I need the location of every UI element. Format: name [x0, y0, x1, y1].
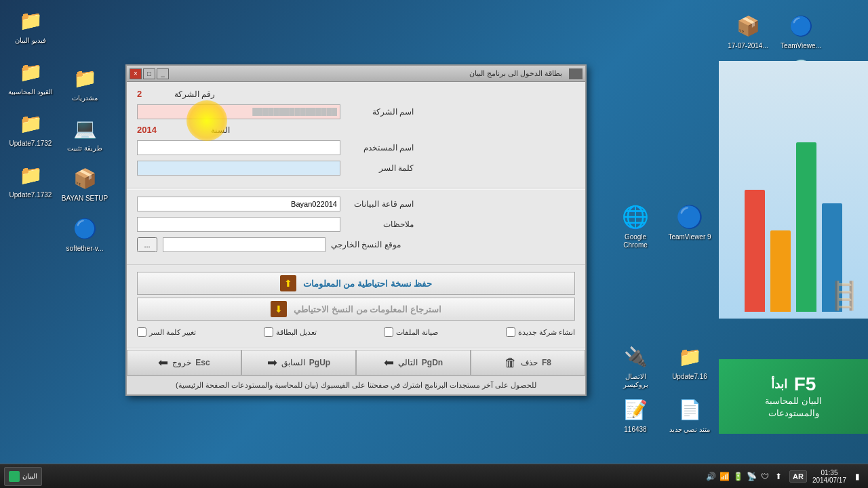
speaker-icon[interactable]: 🔊	[705, 471, 716, 482]
bottom-right-icons: 🔌 الاتصال بروكيسر 📁 Update7.16 📝 116438 …	[612, 343, 713, 434]
taskbar-app-item[interactable]: البيان	[4, 467, 42, 486]
edit-card-label: تعديل البطاقة	[276, 328, 317, 337]
new-company-checkbox[interactable]	[506, 327, 515, 337]
dialog-window: × □ _ بطاقة الدخول الى برنامج البيان رقم…	[125, 64, 587, 396]
action-buttons-section: حفظ نسخة احتياطية من المعلومات ⬆ استرجاع…	[127, 265, 585, 348]
taskbar-app-icon	[9, 471, 20, 482]
clock-date: 2014/07/17	[812, 476, 846, 484]
icon-teamviewer9[interactable]: 🔵 TeamViewer 9	[666, 203, 713, 249]
company-number-row: رقم الشركة 2	[137, 89, 575, 99]
icon-bayan-setup[interactable]: 📦 BAYAN SETUP	[61, 165, 108, 203]
notes-row: ملاحظات	[137, 217, 575, 232]
edit-card-checkbox[interactable]	[264, 327, 273, 337]
external-backup-row: موقع النسخ الخارجي ...	[137, 237, 575, 252]
show-desktop-icon[interactable]: ▮	[852, 471, 863, 482]
external-backup-input[interactable]	[163, 237, 326, 252]
desktop: 📁 فيديو البيان 📁 القيود المحاسبية 📁 Upda…	[0, 0, 868, 488]
desktop-icon-video[interactable]: 📁 فيديو البيان	[7, 7, 54, 45]
icon-softether[interactable]: 🔵 softether-v...	[61, 215, 108, 253]
backup-button[interactable]: حفظ نسخة احتياطية من المعلومات ⬆	[137, 272, 575, 295]
minimize-button[interactable]: _	[157, 68, 169, 79]
delete-label: حذف	[521, 358, 538, 367]
icon-update716[interactable]: 📁 Update7.16	[666, 343, 713, 389]
backup-label: حفظ نسخة احتياطية من المعلومات	[303, 279, 432, 289]
status-bar: للحصول على آخر مستجدات البرنامج اشترك في…	[127, 375, 585, 394]
taskbar-left: البيان	[0, 467, 42, 486]
icon-purchases[interactable]: 📁 مشتريات	[61, 64, 108, 102]
company-name-input[interactable]	[137, 104, 340, 119]
browse-button[interactable]: ...	[137, 237, 157, 252]
chart-bar-1	[745, 190, 765, 312]
restore-button[interactable]: استرجاع المعلومات من النسخ الاحتياطي ⬇	[137, 298, 575, 321]
restore-label: استرجاع المعلومات من النسخ الاحتياطي	[294, 304, 441, 314]
next-button[interactable]: PgDn التالي ⬅	[356, 350, 471, 375]
icon-teamviewer[interactable]: 🔵 TeamViewe...	[777, 12, 825, 50]
form-section-top: رقم الشركة 2 اسم الشركة السنة 2014 اسم ا…	[127, 82, 585, 188]
desktop-icon-update2[interactable]: 📁 Update7.1732	[7, 161, 54, 199]
f5-label: F5	[794, 373, 816, 395]
mid-left-icons: 📁 مشتريات 💻 طريقة تثبيت 📦 BAYAN SETUP 🔵 …	[61, 64, 108, 253]
maximize-button[interactable]: □	[143, 68, 155, 79]
exit-icon: ⬅	[158, 355, 168, 370]
password-label: كلمة السر	[346, 163, 414, 173]
next-shortcut: PgDn	[422, 358, 443, 367]
db-section: اسم قاعة البيانات ملاحظات موقع النسخ الخ…	[127, 190, 585, 265]
username-row: اسم المستخدم	[137, 140, 575, 155]
desktop-icon-accounting[interactable]: 📁 القيود المحاسبية	[7, 58, 54, 96]
chrome-teamviewer-icons: 🌐 Google Chrome 🔵 TeamViewer 9	[612, 203, 713, 249]
restore-icon: ⬇	[271, 301, 287, 317]
year-row: السنة 2014	[137, 125, 575, 135]
prev-icon: ➡	[267, 355, 277, 370]
start-label: ابدأ	[771, 377, 787, 392]
dialog-title: بطاقة الدخول الى برنامج البيان	[169, 69, 566, 78]
prev-button[interactable]: PgUp السابق ➡	[241, 350, 356, 375]
desktop-icon-update1[interactable]: 📁 Update7.1732	[7, 110, 54, 148]
icon-install[interactable]: 💻 طريقة تثبيت	[61, 115, 108, 152]
change-password-checkbox[interactable]	[137, 327, 146, 337]
new-company-label: انشاء شركة جديدة	[518, 328, 575, 337]
prev-label: السابق	[281, 358, 305, 367]
dialog-icon	[569, 68, 583, 79]
checkbox-new-company: انشاء شركة جديدة	[506, 327, 575, 337]
banner-subtitle: البيان للمحاسبة والمستودعات	[765, 395, 822, 420]
status-text: للحصول على آخر مستجدات البرنامج اشترك في…	[176, 381, 536, 390]
company-name-label: اسم الشركة	[346, 107, 414, 117]
company-number-value: 2	[137, 89, 142, 99]
exit-label: خروج	[172, 358, 191, 367]
checkbox-row: انشاء شركة جديدة صيانة الملفات تعديل الب…	[137, 323, 575, 341]
left-desktop-icons: 📁 فيديو البيان 📁 القيود المحاسبية 📁 Upda…	[7, 7, 54, 199]
icon-connection[interactable]: 🔌 الاتصال بروكيسر	[612, 343, 659, 389]
delete-shortcut: F8	[542, 358, 551, 367]
icon-116438[interactable]: 📝 116438	[612, 396, 659, 434]
system-tray-icons: 🔊 📶 🔋 📡 🛡 ⬆	[705, 471, 784, 482]
checkbox-change-password: تغيير كلمة السر	[137, 327, 196, 337]
nav-buttons: Esc خروج ⬅ PgUp السابق ➡ PgDn التالي ⬅ F…	[127, 350, 585, 375]
checkbox-edit-card: تعديل البطاقة	[264, 327, 317, 337]
chart-bar-3	[796, 142, 816, 312]
update-icon: ⬆	[773, 471, 784, 482]
icon-new-text[interactable]: 📄 متند نصي جديد	[666, 396, 713, 434]
username-input[interactable]	[137, 140, 340, 155]
username-label: اسم المستخدم	[346, 143, 414, 152]
icon-17072014[interactable]: 📦 17-07-2014...	[724, 12, 772, 50]
exit-button[interactable]: Esc خروج ⬅	[127, 350, 241, 375]
exit-shortcut: Esc	[195, 358, 210, 367]
backup-icon: ⬆	[280, 275, 296, 291]
notes-input[interactable]	[137, 217, 340, 232]
next-label: التالي	[398, 358, 418, 367]
language-indicator[interactable]: AR	[789, 470, 807, 483]
change-password-label: تغيير كلمة السر	[149, 328, 196, 337]
file-maintenance-checkbox[interactable]	[384, 327, 393, 337]
password-input[interactable]	[137, 161, 340, 176]
database-input[interactable]	[137, 197, 340, 211]
network-icon[interactable]: 📶	[719, 471, 730, 482]
close-button[interactable]: ×	[130, 68, 142, 79]
taskbar-app-label: البيان	[22, 472, 37, 480]
bluetooth-icon[interactable]: 📡	[746, 471, 757, 482]
ladder-decoration: 🪜	[827, 280, 861, 312]
year-label: السنة	[162, 125, 230, 135]
clock-time: 01:35	[812, 469, 846, 476]
icon-google-chrome[interactable]: 🌐 Google Chrome	[612, 203, 659, 249]
delete-button[interactable]: F8 حذف 🗑	[471, 350, 585, 375]
antivirus-icon: 🛡	[760, 471, 770, 482]
